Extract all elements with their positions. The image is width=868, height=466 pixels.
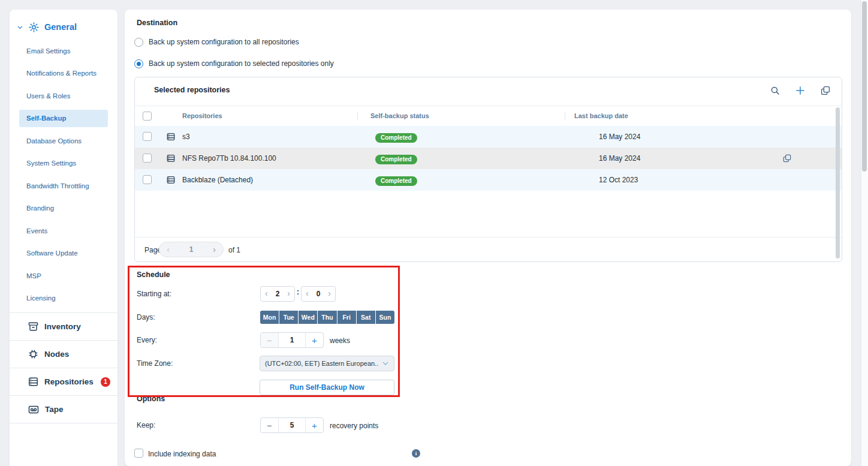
hour-value: 2 [276, 290, 280, 298]
destination-title: Destination [137, 19, 177, 27]
sidebar-item-msp[interactable]: MSP [10, 264, 117, 287]
include-indexing-checkbox[interactable] [134, 449, 143, 458]
day-button-wed[interactable]: Wed [299, 311, 317, 324]
row-checkbox[interactable] [143, 154, 152, 163]
radio-selected-label: Back up system configuration to selected… [149, 59, 334, 68]
every-value: 1 [279, 333, 305, 347]
sidebar-item-system-settings[interactable]: System Settings [10, 152, 117, 175]
database-icon [166, 175, 176, 185]
timezone-dropdown[interactable]: (UTC+02:00, EET) Eastern European... [260, 356, 394, 371]
main-content: Destination Back up system configuration… [125, 10, 851, 466]
repositories-count-badge: 1 [101, 377, 110, 387]
table-row[interactable]: s3 Completed 16 May 2024 [135, 126, 842, 148]
gear-icon [28, 22, 40, 33]
table-row[interactable]: Backblaze (Detached) Completed 12 Oct 20… [135, 169, 842, 191]
sidebar-item-label: Users & Roles [26, 92, 71, 100]
minute-value: 0 [317, 290, 321, 298]
sidebar-item-bandwidth-throttling[interactable]: Bandwidth Throttling [10, 175, 117, 197]
sidebar-item-tape[interactable]: Tape [10, 395, 117, 423]
every-unit: weeks [330, 336, 350, 345]
run-self-backup-button[interactable]: Run Self-Backup Now [260, 380, 394, 395]
every-minus-icon[interactable]: − [261, 333, 279, 347]
search-icon[interactable] [770, 85, 780, 96]
minute-decrement-icon[interactable]: ‹ [306, 289, 309, 297]
sidebar-item-nodes[interactable]: Nodes [10, 340, 117, 368]
status-badge: Completed [375, 176, 417, 186]
copy-icon[interactable] [820, 85, 831, 96]
table-body: s3 Completed 16 May 2024 NFS Repo7Tb 10.… [135, 126, 842, 191]
sidebar-section-label: Inventory [44, 322, 81, 331]
sidebar-item-self-backup[interactable]: Self-Backup [10, 107, 117, 130]
row-checkbox[interactable] [143, 175, 152, 184]
plus-icon[interactable] [795, 85, 806, 96]
day-picker: Mon Tue Wed Thu Fri Sat Sun [260, 311, 394, 324]
every-label: Every: [137, 336, 157, 344]
day-button-sat[interactable]: Sat [357, 311, 375, 324]
sidebar-item-label: Self-Backup [26, 115, 66, 122]
row-checkbox[interactable] [143, 132, 152, 141]
starting-at-label: Starting at: [137, 290, 171, 298]
sidebar-item-label: Notifications & Reports [26, 70, 97, 77]
keep-plus-icon[interactable]: + [305, 418, 323, 432]
sidebar-item-label: MSP [26, 272, 41, 279]
schedule-title: Schedule [137, 270, 170, 279]
sidebar-item-label: Bandwidth Throttling [26, 182, 89, 190]
table-scrollbar[interactable] [836, 107, 840, 258]
repository-name: s3 [182, 133, 190, 141]
every-plus-icon[interactable]: + [305, 333, 323, 347]
sidebar-item-branding[interactable]: Branding [10, 197, 117, 220]
hour-increment-icon[interactable]: › [287, 289, 290, 297]
row-copy-icon[interactable] [782, 154, 792, 163]
table-header-row: Repositories Self-backup status Last bac… [135, 106, 842, 126]
sidebar-item-label: Branding [26, 205, 54, 212]
day-button-sun[interactable]: Sun [376, 311, 394, 324]
last-backup-date: 16 May 2024 [599, 154, 640, 163]
sidebar-item-notifications-reports[interactable]: Notifications & Reports [10, 62, 117, 85]
panel-footer-divider [135, 237, 842, 237]
radio-selected-repositories[interactable]: Back up system configuration to selected… [134, 59, 334, 68]
sidebar-item-database-options[interactable]: Database Options [10, 130, 117, 152]
sidebar-section-label: Tape [45, 405, 64, 414]
sidebar-divider [10, 423, 117, 423]
day-button-mon[interactable]: Mon [260, 311, 279, 324]
dropdown-chevron-icon [382, 360, 389, 367]
select-all-checkbox[interactable] [143, 112, 152, 121]
keep-minus-icon[interactable]: − [261, 418, 279, 432]
sidebar-item-label: Events [26, 227, 47, 234]
sidebar: General Email Settings Notifications & R… [10, 10, 117, 466]
current-page: 1 [189, 245, 194, 254]
column-date: Last backup date [574, 112, 628, 119]
info-icon[interactable]: i [412, 449, 420, 458]
sidebar-group-general[interactable]: General [10, 17, 117, 37]
status-badge-wrap: Completed [375, 153, 417, 164]
keep-unit: recovery points [330, 422, 378, 430]
sidebar-item-events[interactable]: Events [10, 220, 117, 242]
keep-label: Keep: [137, 421, 155, 429]
pagination: ‹ 1 › [159, 242, 224, 257]
status-badge: Completed [375, 133, 417, 143]
page-total: of 1 [228, 246, 240, 254]
last-backup-date: 12 Oct 2023 [599, 176, 638, 184]
sidebar-item-users-roles[interactable]: Users & Roles [10, 85, 117, 107]
radio-all-repositories[interactable]: Back up system configuration to all repo… [134, 37, 299, 47]
sidebar-item-repositories[interactable]: Repositories 1 [10, 368, 117, 395]
minute-increment-icon[interactable]: › [328, 289, 331, 297]
page-scrollbar[interactable] [862, 1, 867, 172]
sidebar-item-label: Software Update [26, 249, 78, 257]
prev-page-icon[interactable]: ‹ [167, 245, 170, 254]
database-icon [166, 132, 176, 142]
sidebar-item-inventory[interactable]: Inventory [10, 312, 117, 340]
day-button-tue[interactable]: Tue [279, 311, 298, 324]
sidebar-item-email-settings[interactable]: Email Settings [10, 40, 117, 62]
day-button-thu[interactable]: Thu [318, 311, 336, 324]
inventory-icon [28, 321, 39, 332]
table-row[interactable]: NFS Repo7Tb 10.84.100.100 Completed 16 M… [135, 148, 842, 169]
sidebar-general-items: Email Settings Notifications & Reports U… [10, 40, 117, 309]
panel-title: Selected repositories [154, 86, 230, 94]
hour-decrement-icon[interactable]: ‹ [265, 289, 268, 297]
day-button-fri[interactable]: Fri [337, 311, 356, 324]
database-icon [166, 154, 176, 163]
next-page-icon[interactable]: › [213, 245, 216, 254]
sidebar-item-licensing[interactable]: Licensing [10, 287, 117, 310]
sidebar-item-software-update[interactable]: Software Update [10, 242, 117, 265]
